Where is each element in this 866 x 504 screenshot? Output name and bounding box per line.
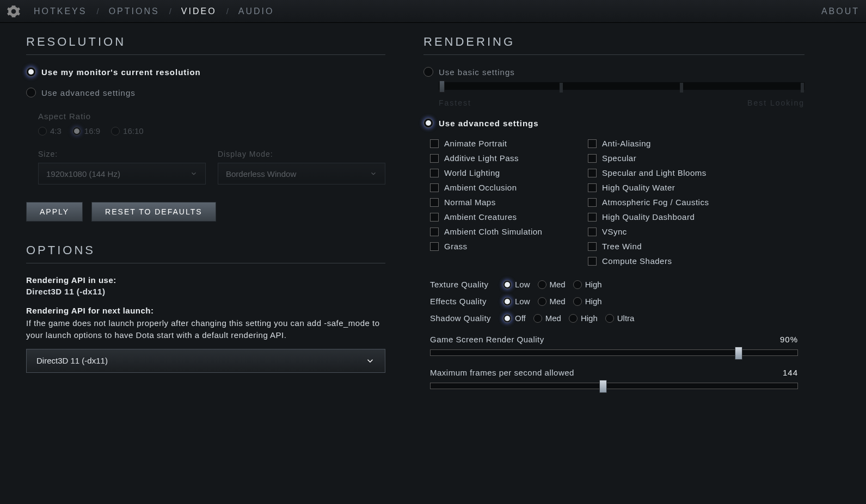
basic-slider-thumb[interactable]	[439, 81, 445, 93]
checkbox-row[interactable]: Ambient Occlusion	[430, 183, 566, 192]
quality-option[interactable]: Low	[503, 297, 530, 306]
radio-resolution-advanced[interactable]	[26, 88, 36, 97]
rendering-use-advanced-row[interactable]: Use advanced settings	[423, 118, 804, 128]
checkbox[interactable]	[430, 198, 439, 207]
checkbox[interactable]	[588, 183, 597, 192]
quality-option[interactable]: Off	[503, 314, 526, 323]
checkbox[interactable]	[430, 169, 439, 177]
tab-options[interactable]: OPTIONS	[109, 7, 159, 16]
checkbox-row[interactable]: Specular	[588, 153, 724, 163]
rendering-use-basic-row[interactable]: Use basic settings	[423, 67, 804, 77]
fps-slider-block: Maximum frames per second allowed 144	[430, 368, 798, 389]
checkbox-row[interactable]: Atmospheric Fog / Caustics	[588, 198, 724, 207]
checkbox-row[interactable]: Additive Light Pass	[430, 153, 566, 163]
rendering-title: RENDERING	[423, 35, 804, 55]
quality-option-label: Low	[515, 297, 530, 306]
quality-option[interactable]: Med	[533, 314, 561, 323]
checkbox-row[interactable]: High Quality Dashboard	[588, 212, 724, 222]
quality-radio[interactable]	[503, 280, 512, 289]
quality-option-label: Off	[515, 314, 526, 323]
checkbox[interactable]	[588, 213, 597, 222]
checkbox-label: Ambient Occlusion	[444, 183, 517, 192]
radio-use-monitor[interactable]	[26, 67, 36, 77]
quality-option-label: Low	[515, 280, 530, 289]
quality-option[interactable]: Med	[538, 297, 566, 306]
ratio-169[interactable]: 16:9	[72, 126, 100, 136]
checkbox[interactable]	[588, 139, 597, 148]
api-in-use-value: Direct3D 11 (-dx11)	[26, 287, 385, 296]
radio-advanced-settings[interactable]	[423, 118, 433, 128]
checkbox-row[interactable]: Ambient Cloth Simulation	[430, 227, 566, 236]
quality-option[interactable]: High	[569, 314, 598, 323]
options-title: OPTIONS	[26, 243, 385, 263]
gear-icon	[7, 4, 21, 19]
checkbox-row[interactable]: World Lighting	[430, 168, 566, 177]
checkbox-row[interactable]: Normal Maps	[430, 198, 566, 207]
quality-radio[interactable]	[533, 314, 542, 323]
checkbox-row[interactable]: Specular and Light Blooms	[588, 168, 724, 177]
basic-quality-slider[interactable]	[439, 82, 804, 94]
checkbox-row[interactable]: Anti-Aliasing	[588, 139, 724, 148]
api-select-dropdown[interactable]: Direct3D 11 (-dx11)	[26, 349, 385, 373]
size-value: 1920x1080 (144 Hz)	[46, 169, 120, 179]
checkbox[interactable]	[430, 154, 439, 163]
quality-option-label: High	[581, 314, 598, 323]
quality-option-label: High	[585, 280, 602, 289]
checkbox[interactable]	[588, 257, 597, 266]
checkbox-row[interactable]: Tree Wind	[588, 242, 724, 251]
quality-radio[interactable]	[503, 297, 512, 306]
checkbox[interactable]	[430, 228, 439, 236]
checkbox[interactable]	[588, 228, 597, 236]
checkbox[interactable]	[588, 198, 597, 207]
ratio-43[interactable]: 4:3	[38, 126, 62, 136]
checkbox-row[interactable]: Ambient Creatures	[430, 212, 566, 222]
checkbox-row[interactable]: Compute Shaders	[588, 256, 724, 266]
checks-right-column: Anti-AliasingSpecularSpecular and Light …	[588, 139, 724, 266]
quality-option[interactable]: Ultra	[605, 314, 635, 323]
checkbox[interactable]	[588, 154, 597, 163]
left-column: RESOLUTION Use my monitor's current reso…	[26, 35, 385, 389]
checkbox-label: Grass	[444, 242, 468, 251]
tab-video[interactable]: VIDEO	[181, 7, 217, 16]
size-dropdown[interactable]: 1920x1080 (144 Hz)	[38, 163, 206, 185]
tab-about[interactable]: ABOUT	[821, 7, 859, 16]
quality-radio[interactable]	[538, 297, 546, 306]
api-select-value: Direct3D 11 (-dx11)	[36, 356, 108, 365]
checkbox-row[interactable]: Grass	[430, 242, 566, 251]
checkbox[interactable]	[430, 139, 439, 148]
quality-radio[interactable]	[538, 280, 546, 289]
display-mode-dropdown[interactable]: Borderless Window	[218, 163, 385, 185]
quality-option[interactable]: Low	[503, 280, 530, 289]
checkbox[interactable]	[430, 242, 439, 251]
quality-radio[interactable]	[573, 280, 582, 289]
quality-radio[interactable]	[503, 314, 512, 323]
radio-use-monitor-label: Use my monitor's current resolution	[41, 67, 201, 77]
checkbox-label: Compute Shaders	[602, 256, 672, 266]
checkbox-row[interactable]: VSync	[588, 227, 724, 236]
checkbox-label: Specular and Light Blooms	[602, 168, 707, 177]
resolution-use-monitor-row[interactable]: Use my monitor's current resolution	[26, 67, 385, 77]
checkbox[interactable]	[588, 242, 597, 251]
reset-defaults-button[interactable]: RESET TO DEFAULTS	[91, 202, 216, 222]
quality-radio[interactable]	[573, 297, 582, 306]
fps-slider[interactable]	[430, 383, 798, 389]
checkbox-row[interactable]: High Quality Water	[588, 183, 724, 192]
radio-basic-settings[interactable]	[423, 67, 433, 77]
quality-option[interactable]: High	[573, 280, 602, 289]
quality-radio[interactable]	[605, 314, 614, 323]
ratio-1610[interactable]: 16:10	[111, 126, 144, 136]
quality-option[interactable]: High	[573, 297, 602, 306]
quality-radio[interactable]	[569, 314, 578, 323]
render-quality-thumb[interactable]	[735, 347, 742, 360]
quality-option[interactable]: Med	[538, 280, 566, 289]
apply-button[interactable]: APPLY	[26, 202, 83, 222]
tab-audio[interactable]: AUDIO	[238, 7, 274, 16]
fps-thumb[interactable]	[599, 380, 607, 393]
checkbox-row[interactable]: Animate Portrait	[430, 139, 566, 148]
checkbox[interactable]	[588, 169, 597, 177]
checkbox[interactable]	[430, 213, 439, 222]
checkbox[interactable]	[430, 183, 439, 192]
render-quality-slider[interactable]	[430, 349, 798, 356]
tab-hotkeys[interactable]: HOTKEYS	[34, 7, 87, 16]
resolution-use-advanced-row[interactable]: Use advanced settings	[26, 88, 385, 97]
